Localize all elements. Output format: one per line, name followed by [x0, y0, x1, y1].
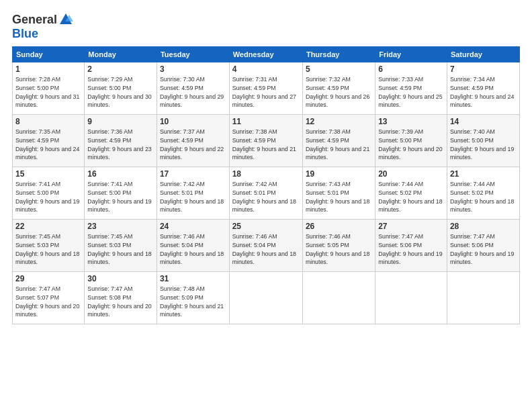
calendar-cell: 10Sunrise: 7:37 AMSunset: 4:59 PMDayligh… — [157, 115, 229, 167]
day-info: Sunrise: 7:46 AMSunset: 5:05 PMDaylight:… — [306, 232, 372, 267]
day-number: 18 — [232, 169, 300, 179]
day-info: Sunrise: 7:30 AMSunset: 4:59 PMDaylight:… — [160, 75, 226, 109]
calendar-cell: 18Sunrise: 7:42 AMSunset: 5:01 PMDayligh… — [229, 167, 302, 220]
calendar-cell: 20Sunrise: 7:44 AMSunset: 5:02 PMDayligh… — [375, 167, 447, 220]
day-number: 26 — [306, 222, 372, 231]
logo-general-text: General — [12, 13, 57, 27]
day-number: 31 — [160, 274, 226, 283]
day-info: Sunrise: 7:43 AMSunset: 5:01 PMDaylight:… — [306, 180, 372, 214]
header: General Blue — [12, 12, 520, 41]
calendar-cell: 14Sunrise: 7:40 AMSunset: 5:00 PMDayligh… — [447, 115, 519, 167]
day-info: Sunrise: 7:34 AMSunset: 4:59 PMDaylight:… — [450, 75, 517, 109]
calendar-cell: 2Sunrise: 7:29 AMSunset: 5:00 PMDaylight… — [85, 62, 157, 115]
day-number: 1 — [15, 64, 81, 74]
day-info: Sunrise: 7:42 AMSunset: 5:01 PMDaylight:… — [160, 180, 226, 214]
day-number: 17 — [160, 169, 226, 179]
calendar-cell: 13Sunrise: 7:39 AMSunset: 5:00 PMDayligh… — [375, 115, 447, 167]
day-info: Sunrise: 7:46 AMSunset: 5:04 PMDaylight:… — [160, 232, 226, 267]
day-info: Sunrise: 7:35 AMSunset: 4:59 PMDaylight:… — [15, 128, 81, 162]
calendar-cell — [375, 272, 447, 324]
calendar-cell: 25Sunrise: 7:46 AMSunset: 5:04 PMDayligh… — [229, 220, 302, 272]
calendar-week-row: 22Sunrise: 7:45 AMSunset: 5:03 PMDayligh… — [13, 220, 520, 272]
day-number: 7 — [450, 64, 517, 74]
day-info: Sunrise: 7:41 AMSunset: 5:00 PMDaylight:… — [87, 180, 154, 214]
day-number: 2 — [87, 64, 154, 74]
calendar-week-row: 15Sunrise: 7:41 AMSunset: 5:00 PMDayligh… — [13, 167, 520, 220]
calendar-cell: 29Sunrise: 7:47 AMSunset: 5:07 PMDayligh… — [13, 272, 85, 324]
weekday-header: Wednesday — [229, 47, 302, 62]
day-info: Sunrise: 7:44 AMSunset: 5:02 PMDaylight:… — [378, 180, 444, 214]
day-info: Sunrise: 7:47 AMSunset: 5:08 PMDaylight:… — [87, 285, 154, 319]
day-number: 27 — [378, 222, 444, 231]
day-number: 24 — [160, 222, 226, 231]
calendar-cell — [447, 272, 519, 324]
calendar-cell: 7Sunrise: 7:34 AMSunset: 4:59 PMDaylight… — [447, 62, 519, 115]
day-number: 4 — [232, 64, 300, 74]
day-number: 11 — [232, 117, 300, 126]
day-number: 19 — [306, 169, 372, 179]
calendar-cell: 15Sunrise: 7:41 AMSunset: 5:00 PMDayligh… — [13, 167, 85, 220]
day-info: Sunrise: 7:36 AMSunset: 4:59 PMDaylight:… — [87, 128, 154, 162]
day-number: 20 — [378, 169, 444, 179]
day-info: Sunrise: 7:47 AMSunset: 5:06 PMDaylight:… — [378, 232, 444, 267]
calendar-cell: 9Sunrise: 7:36 AMSunset: 4:59 PMDaylight… — [85, 115, 157, 167]
calendar-table: SundayMondayTuesdayWednesdayThursdayFrid… — [12, 46, 520, 324]
page: General Blue SundayMondayTuesdayWednesda… — [0, 0, 532, 411]
weekday-header: Thursday — [302, 47, 375, 62]
calendar-cell: 23Sunrise: 7:45 AMSunset: 5:03 PMDayligh… — [85, 220, 157, 272]
day-info: Sunrise: 7:48 AMSunset: 5:09 PMDaylight:… — [160, 285, 226, 319]
calendar-header-row: SundayMondayTuesdayWednesdayThursdayFrid… — [13, 47, 520, 62]
day-number: 13 — [378, 117, 444, 126]
day-info: Sunrise: 7:41 AMSunset: 5:00 PMDaylight:… — [15, 180, 81, 214]
day-info: Sunrise: 7:47 AMSunset: 5:07 PMDaylight:… — [15, 285, 81, 319]
day-info: Sunrise: 7:44 AMSunset: 5:02 PMDaylight:… — [450, 180, 517, 214]
day-number: 29 — [15, 274, 81, 283]
day-info: Sunrise: 7:28 AMSunset: 5:00 PMDaylight:… — [15, 75, 81, 109]
day-info: Sunrise: 7:45 AMSunset: 5:03 PMDaylight:… — [87, 232, 154, 267]
calendar-cell: 19Sunrise: 7:43 AMSunset: 5:01 PMDayligh… — [302, 167, 375, 220]
weekday-header: Tuesday — [157, 47, 229, 62]
calendar-cell: 5Sunrise: 7:32 AMSunset: 4:59 PMDaylight… — [302, 62, 375, 115]
weekday-header: Friday — [375, 47, 447, 62]
day-info: Sunrise: 7:42 AMSunset: 5:01 PMDaylight:… — [232, 180, 300, 214]
calendar-cell — [302, 272, 375, 324]
calendar-week-row: 1Sunrise: 7:28 AMSunset: 5:00 PMDaylight… — [13, 62, 520, 115]
calendar-cell: 17Sunrise: 7:42 AMSunset: 5:01 PMDayligh… — [157, 167, 229, 220]
day-info: Sunrise: 7:39 AMSunset: 5:00 PMDaylight:… — [378, 128, 444, 162]
calendar-week-row: 29Sunrise: 7:47 AMSunset: 5:07 PMDayligh… — [13, 272, 520, 324]
logo: General Blue — [12, 12, 73, 41]
calendar-cell — [229, 272, 302, 324]
day-info: Sunrise: 7:33 AMSunset: 4:59 PMDaylight:… — [378, 75, 444, 109]
day-number: 8 — [15, 117, 81, 126]
day-info: Sunrise: 7:38 AMSunset: 4:59 PMDaylight:… — [232, 128, 300, 162]
calendar-body: 1Sunrise: 7:28 AMSunset: 5:00 PMDaylight… — [13, 62, 520, 324]
day-number: 14 — [450, 117, 517, 126]
day-info: Sunrise: 7:32 AMSunset: 4:59 PMDaylight:… — [306, 75, 372, 109]
weekday-header: Monday — [85, 47, 157, 62]
day-info: Sunrise: 7:29 AMSunset: 5:00 PMDaylight:… — [87, 75, 154, 109]
day-info: Sunrise: 7:31 AMSunset: 4:59 PMDaylight:… — [232, 75, 300, 109]
calendar-cell: 31Sunrise: 7:48 AMSunset: 5:09 PMDayligh… — [157, 272, 229, 324]
calendar-cell: 12Sunrise: 7:38 AMSunset: 4:59 PMDayligh… — [302, 115, 375, 167]
day-info: Sunrise: 7:40 AMSunset: 5:00 PMDaylight:… — [450, 128, 517, 162]
calendar-cell: 26Sunrise: 7:46 AMSunset: 5:05 PMDayligh… — [302, 220, 375, 272]
day-number: 28 — [450, 222, 517, 231]
day-number: 22 — [15, 222, 81, 231]
day-info: Sunrise: 7:37 AMSunset: 4:59 PMDaylight:… — [160, 128, 226, 162]
calendar-cell: 30Sunrise: 7:47 AMSunset: 5:08 PMDayligh… — [85, 272, 157, 324]
day-info: Sunrise: 7:47 AMSunset: 5:06 PMDaylight:… — [450, 232, 517, 267]
logo-icon — [58, 12, 73, 27]
day-number: 12 — [306, 117, 372, 126]
logo-blue-text: Blue — [12, 27, 38, 41]
day-number: 10 — [160, 117, 226, 126]
calendar-cell: 11Sunrise: 7:38 AMSunset: 4:59 PMDayligh… — [229, 115, 302, 167]
calendar-cell: 16Sunrise: 7:41 AMSunset: 5:00 PMDayligh… — [85, 167, 157, 220]
calendar-cell: 4Sunrise: 7:31 AMSunset: 4:59 PMDaylight… — [229, 62, 302, 115]
calendar-cell: 8Sunrise: 7:35 AMSunset: 4:59 PMDaylight… — [13, 115, 85, 167]
day-number: 15 — [15, 169, 81, 179]
day-number: 6 — [378, 64, 444, 74]
day-number: 21 — [450, 169, 517, 179]
day-number: 5 — [306, 64, 372, 74]
day-number: 16 — [87, 169, 154, 179]
day-number: 9 — [87, 117, 154, 126]
